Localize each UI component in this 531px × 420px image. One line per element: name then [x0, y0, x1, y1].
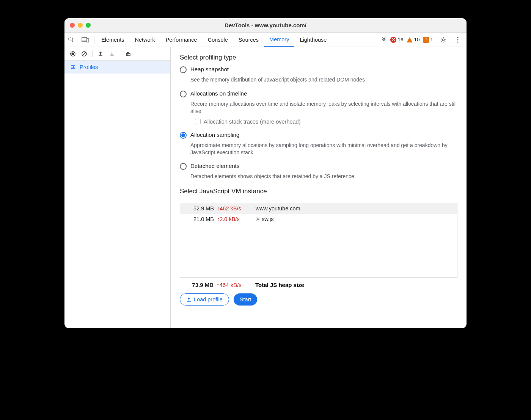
tabbar-right: ✕ 16 10 ! 1 [381, 36, 467, 43]
allocation-sampling-desc: Approximate memory allocations by sampli… [190, 142, 457, 156]
settings-icon[interactable] [437, 36, 450, 43]
tab-elements[interactable]: Elements [96, 33, 129, 47]
profiles-sidebar: Profiles [64, 47, 171, 328]
memory-panel: Select profiling type Heap snapshot See … [171, 47, 467, 328]
upload-icon[interactable] [95, 49, 106, 58]
svg-rect-1 [82, 38, 87, 41]
svg-point-10 [258, 219, 259, 220]
traffic-lights [64, 23, 91, 28]
sidebar-toolbar [64, 47, 170, 61]
checkbox-icon [195, 119, 201, 124]
svg-point-3 [443, 39, 445, 41]
clear-icon[interactable] [79, 49, 90, 58]
maximize-window-button[interactable] [86, 23, 91, 28]
svg-rect-2 [87, 39, 89, 42]
titlebar: DevTools - www.youtube.com/ [64, 18, 467, 33]
radio-heap-snapshot[interactable]: Heap snapshot [180, 66, 457, 73]
warning-icon [407, 37, 413, 42]
radio-allocations-timeline[interactable]: Allocations on timeline [180, 90, 457, 97]
allocation-stack-traces-checkbox[interactable]: Allocation stack traces (more overhead) [195, 119, 457, 125]
svg-point-8 [72, 52, 74, 55]
device-toolbar-icon[interactable] [78, 33, 93, 47]
tab-console[interactable]: Console [203, 33, 233, 47]
svg-point-6 [457, 41, 458, 42]
radio-allocation-sampling[interactable]: Allocation sampling [180, 132, 457, 139]
svg-point-5 [457, 39, 458, 40]
devtools-window: DevTools - www.youtube.com/ Elements Net… [64, 18, 467, 328]
radio-icon [180, 163, 187, 170]
sidebar-item-profiles[interactable]: Profiles [64, 61, 170, 74]
upload-icon [186, 297, 192, 302]
radio-icon [180, 91, 187, 97]
up-arrow-icon: ↑ [217, 282, 220, 288]
record-icon[interactable] [68, 49, 78, 58]
download-icon[interactable] [107, 49, 117, 58]
tab-lighthouse[interactable]: Lighthouse [294, 33, 332, 47]
window-title: DevTools - www.youtube.com/ [64, 22, 467, 28]
errors-badge[interactable]: ✕ 16 [390, 37, 403, 43]
vm-row-youtube[interactable]: 52.9 MB ↑462 kB/s www.youtube.com [180, 203, 457, 214]
minimize-window-button[interactable] [78, 23, 83, 28]
tab-memory[interactable]: Memory [264, 33, 294, 47]
allocations-timeline-desc: Record memory allocations over time and … [190, 100, 457, 115]
start-button[interactable]: Start [234, 293, 258, 306]
error-icon: ✕ [390, 37, 396, 43]
tab-network[interactable]: Network [129, 33, 160, 47]
detached-elements-desc: Detached elements shows objects that are… [190, 173, 457, 180]
radio-icon [180, 132, 187, 139]
devtools-tabbar: Elements Network Performance Console Sou… [64, 33, 467, 47]
warnings-badge[interactable]: 10 [407, 37, 419, 42]
kebab-menu-icon[interactable] [454, 37, 462, 43]
close-window-button[interactable] [70, 23, 75, 28]
vm-instance-heading: Select JavaScript VM instance [180, 188, 457, 195]
tab-performance[interactable]: Performance [160, 33, 203, 47]
inspect-element-icon[interactable] [64, 33, 78, 47]
profiles-label: Profiles [80, 64, 98, 70]
sliders-icon [70, 64, 76, 70]
vm-instance-list: 52.9 MB ↑462 kB/s www.youtube.com 21.0 M… [180, 203, 457, 278]
heap-snapshot-desc: See the memory distribution of JavaScrip… [190, 76, 457, 83]
separator [92, 50, 93, 57]
svg-point-4 [457, 37, 458, 38]
panel-tabs: Elements Network Performance Console Sou… [96, 33, 332, 47]
action-buttons: Load profile Start [180, 290, 457, 312]
more-tabs-icon[interactable] [381, 37, 387, 43]
radio-detached-elements[interactable]: Detached elements [180, 163, 457, 170]
issue-icon: ! [423, 37, 429, 43]
vm-row-swjs[interactable]: 21.0 MB ↑2.0 kB/s sw.js [180, 214, 457, 224]
separator [120, 50, 120, 57]
divider [94, 36, 94, 44]
load-profile-button[interactable]: Load profile [180, 293, 229, 306]
garbage-collect-icon[interactable] [123, 49, 134, 58]
issues-badge[interactable]: ! 1 [423, 37, 433, 43]
profiling-type-heading: Select profiling type [180, 54, 457, 61]
radio-icon [180, 66, 187, 73]
tab-sources[interactable]: Sources [233, 33, 264, 47]
total-heap-row: 73.9 MB ↑464 kB/s Total JS heap size [180, 278, 457, 290]
content-area: Profiles Select profiling type Heap snap… [64, 47, 467, 328]
gear-icon [256, 217, 260, 221]
